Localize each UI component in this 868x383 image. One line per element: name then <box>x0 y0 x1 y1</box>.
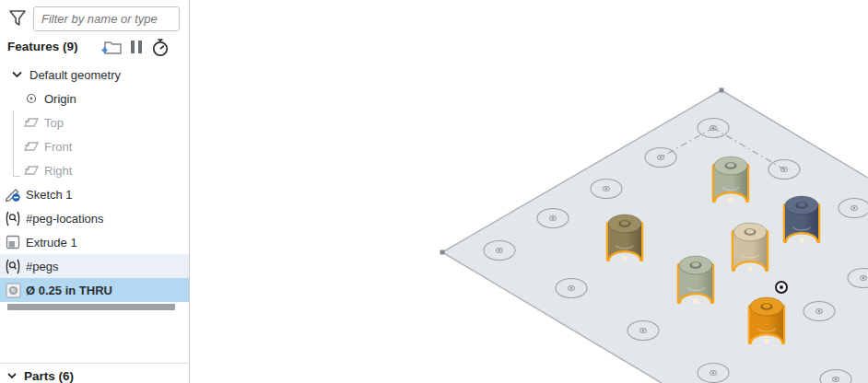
stopwatch-icon[interactable] <box>150 38 170 62</box>
tree-item-0-25-in-thru[interactable]: Ø 0.25 in THRU <box>0 278 190 302</box>
hole-center-dot <box>642 330 644 331</box>
peg-navy-dimple-inner <box>798 203 805 207</box>
chevron-down-icon[interactable] <box>7 71 26 78</box>
plate-vertex <box>440 250 445 255</box>
hole-center-dot <box>570 287 572 289</box>
peg-orange-front-dot <box>764 339 769 344</box>
tree-item-label: Sketch 1 <box>26 188 73 202</box>
extrude-icon <box>4 235 22 250</box>
hole-icon <box>4 283 22 298</box>
rollback-bar[interactable] <box>7 304 175 310</box>
tree-item-front[interactable]: Front <box>0 134 190 158</box>
hole-center-dot <box>712 372 714 374</box>
tree-item-top[interactable]: Top <box>0 110 190 134</box>
tree-item-pegs[interactable]: #pegs <box>0 254 190 278</box>
query-icon <box>4 211 22 226</box>
tree-item-label: #pegs <box>26 260 58 273</box>
peg-sage-upper-front-dot <box>728 197 733 203</box>
tree-item-peg-locations[interactable]: #peg-locations <box>0 206 190 230</box>
peg-olive-dimple-inner <box>621 221 628 226</box>
filter-input[interactable] <box>33 6 180 31</box>
origin-icon <box>22 93 41 104</box>
parts-header[interactable]: Parts (6) <box>7 369 74 383</box>
graphics-viewport[interactable] <box>190 0 868 383</box>
tree-item-label: Origin <box>44 92 76 106</box>
tree-item-extrude-1[interactable]: Extrude 1 <box>0 230 190 254</box>
tree-item-label: Right <box>44 164 72 178</box>
hole-center-dot <box>605 188 607 190</box>
peg-sage-upper-dimple-inner <box>727 163 734 168</box>
hole-center-dot <box>783 168 785 170</box>
peg-tan-dimple-inner <box>746 229 754 234</box>
suppress-pause-icon[interactable] <box>129 38 144 60</box>
parts-title: Parts (6) <box>24 369 74 383</box>
plane-icon <box>22 140 41 153</box>
hole-center-dot <box>818 310 820 312</box>
base-plate[interactable] <box>442 90 868 383</box>
query-icon <box>4 259 22 274</box>
peg-sage-lower-front-dot <box>693 298 698 304</box>
hole-center-dot <box>552 217 554 219</box>
parts-divider <box>0 363 190 364</box>
tree-item-label: Default geometry <box>29 68 121 82</box>
feature-panel: Features (9) Default geometryOriginTopFr… <box>0 0 190 383</box>
hole-center-dot <box>660 157 662 158</box>
hole-center-dot <box>835 378 837 380</box>
peg-olive-front-dot <box>622 256 628 261</box>
tree-item-label: Extrude 1 <box>26 236 77 250</box>
origin-marker-dot <box>780 285 783 289</box>
tree-item-origin[interactable]: Origin <box>0 87 190 110</box>
tree-item-sketch-1[interactable]: Sketch 1 <box>0 182 190 206</box>
hole-center-dot <box>712 127 714 129</box>
model-scene[interactable] <box>190 0 868 383</box>
chevron-down-icon <box>7 373 17 380</box>
filter-funnel-icon[interactable] <box>8 8 27 32</box>
peg-navy-front-dot <box>799 238 804 243</box>
add-folder-icon[interactable] <box>101 38 123 60</box>
tree-item-label: Front <box>44 140 72 154</box>
plane-icon <box>22 116 41 129</box>
hole-center-dot <box>862 277 864 279</box>
peg-sage-lower-dimple-inner <box>692 262 699 267</box>
hole-center-dot <box>499 250 500 251</box>
tree-item-label: Ø 0.25 in THRU <box>26 284 112 297</box>
tree-item-label: Top <box>44 116 64 130</box>
tree-item-default-geometry[interactable]: Default geometry <box>0 63 190 87</box>
hole-center-dot <box>853 207 855 209</box>
tree-item-right[interactable]: Right <box>0 158 190 182</box>
plane-icon <box>22 164 41 177</box>
features-title: Features (9) <box>7 40 78 53</box>
onshape-app: { "left_panel": { "filter_placeholder": … <box>0 0 868 383</box>
tree-group-connector <box>13 110 20 177</box>
peg-tan-front-dot <box>747 266 753 272</box>
plate-vertex <box>720 88 724 93</box>
feature-tree: Default geometryOriginTopFrontRightSketc… <box>0 63 190 302</box>
tree-item-label: #peg-locations <box>26 212 104 226</box>
sketch-icon <box>4 187 22 202</box>
peg-orange-dimple-inner <box>763 304 770 308</box>
